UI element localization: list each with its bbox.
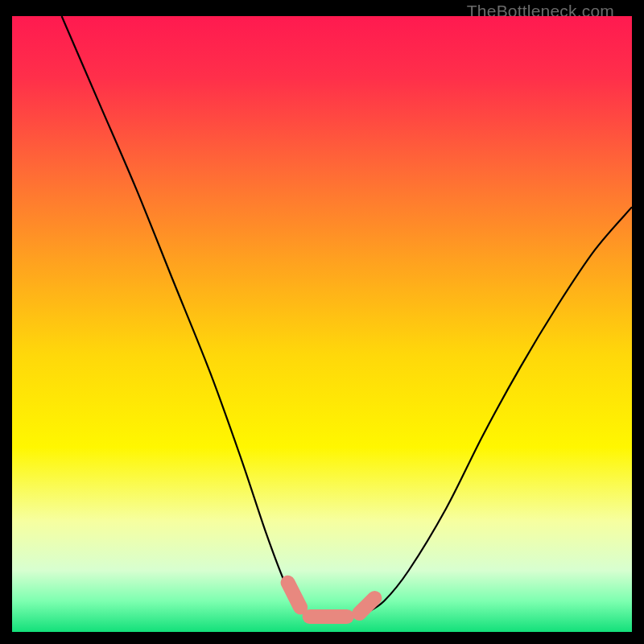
left-branch-line	[62, 16, 303, 613]
marker-capsule	[359, 598, 374, 613]
plot-area	[12, 16, 632, 632]
right-branch-line	[365, 207, 632, 613]
chart-frame: TheBottleneck.com	[12, 0, 632, 632]
trough-markers	[288, 583, 375, 617]
curve-layer	[12, 16, 632, 632]
marker-capsule	[288, 583, 301, 608]
